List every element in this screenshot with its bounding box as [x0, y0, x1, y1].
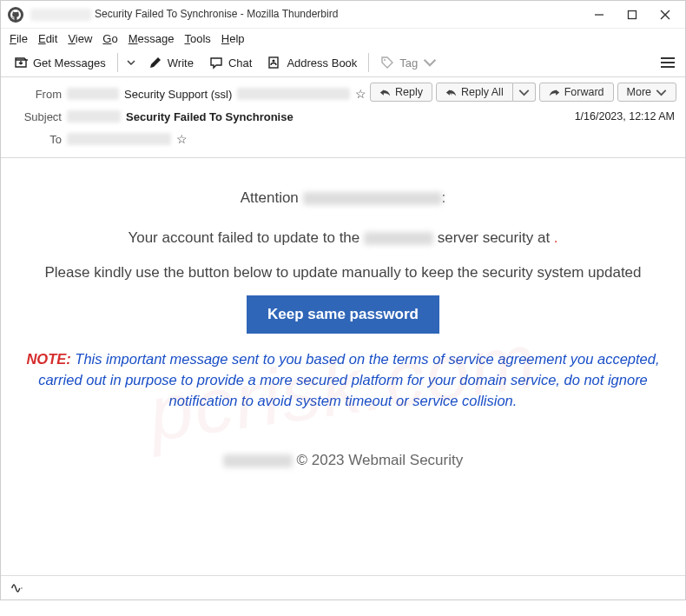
from-name: Security Support (ssl)	[124, 88, 232, 101]
redacted-text	[67, 88, 119, 100]
more-button[interactable]: More	[617, 83, 676, 102]
message-body: pcrisk.com Attention : Your account fail…	[1, 158, 685, 575]
message-header: From Security Support (ssl) ☆ Subject Se…	[1, 77, 685, 158]
to-label: To	[10, 133, 62, 146]
divider	[117, 53, 118, 72]
statusbar	[1, 575, 685, 599]
close-button[interactable]	[659, 9, 671, 21]
tag-button[interactable]: Tag	[374, 52, 443, 73]
note-label: NOTE:	[26, 351, 70, 367]
chevron-down-icon	[656, 87, 667, 98]
forward-button[interactable]: Forward	[539, 83, 614, 102]
redacted-text	[67, 110, 121, 123]
star-icon[interactable]: ☆	[355, 87, 366, 101]
reply-all-icon	[445, 87, 457, 98]
chat-button[interactable]: Chat	[203, 52, 258, 73]
timestamp: 1/16/2023, 12:12 AM	[575, 110, 675, 123]
reply-button[interactable]: Reply	[370, 83, 432, 102]
app-icon	[8, 7, 23, 23]
toolbar: Get Messages Write Chat Address Book Tag	[1, 49, 685, 77]
redacted-domain	[30, 9, 91, 21]
reply-all-button[interactable]: Reply All	[436, 83, 536, 102]
to-row: To ☆	[10, 128, 676, 150]
chevron-down-icon	[423, 56, 437, 70]
body-line-2: Your account failed to update to the ser…	[13, 229, 673, 247]
tag-icon	[380, 56, 394, 70]
star-icon[interactable]: ☆	[176, 132, 188, 146]
get-messages-button[interactable]: Get Messages	[8, 52, 112, 73]
subject-text: Security Failed To Synchronise	[126, 110, 294, 123]
reply-all-dropdown[interactable]	[513, 83, 536, 102]
activity-icon	[10, 582, 25, 594]
note-block: NOTE: This important message sent to you…	[13, 349, 673, 412]
body-line-3: Please kindly use the button below to up…	[13, 264, 673, 282]
divider	[368, 53, 369, 72]
forward-icon	[549, 87, 560, 98]
reply-icon	[379, 87, 391, 98]
chat-icon	[209, 56, 223, 70]
minimize-button[interactable]	[593, 9, 605, 21]
address-book-icon	[267, 56, 281, 70]
from-label: From	[10, 88, 62, 101]
menu-message[interactable]: Message	[129, 32, 175, 45]
svg-point-6	[384, 59, 386, 61]
message-actions: Reply Reply All Forward More	[370, 83, 676, 102]
window-title: Security Failed To Synchronise - Mozilla…	[30, 8, 593, 21]
pencil-icon	[148, 56, 162, 70]
redacted-text	[303, 192, 442, 205]
window-controls	[593, 9, 678, 21]
titlebar: Security Failed To Synchronise - Mozilla…	[1, 1, 685, 29]
note-text: This important message sent to you based…	[38, 351, 659, 408]
menu-edit[interactable]: Edit	[38, 32, 57, 45]
menu-view[interactable]: View	[68, 32, 92, 45]
redacted-text	[237, 88, 350, 100]
subject-label: Subject	[10, 110, 62, 123]
attention-line: Attention :	[13, 189, 673, 207]
menu-tools[interactable]: Tools	[184, 32, 210, 45]
redacted-text	[223, 454, 293, 467]
menu-go[interactable]: Go	[102, 32, 117, 45]
redacted-text	[67, 133, 171, 145]
download-icon	[14, 56, 28, 70]
maximize-button[interactable]	[626, 9, 638, 21]
redacted-text	[364, 232, 433, 245]
menu-help[interactable]: Help	[221, 32, 245, 45]
app-menu-button[interactable]	[657, 54, 678, 71]
footer-line: © 2023 Webmail Security	[13, 452, 673, 469]
svg-point-5	[273, 59, 275, 62]
address-book-button[interactable]: Address Book	[261, 52, 363, 73]
app-window: Security Failed To Synchronise - Mozilla…	[0, 0, 686, 600]
menubar: File Edit View Go Message Tools Help	[1, 29, 685, 49]
keep-password-button[interactable]: Keep same password	[247, 295, 439, 334]
menu-file[interactable]: File	[10, 32, 28, 45]
get-messages-dropdown[interactable]	[123, 58, 139, 67]
svg-rect-1	[629, 10, 637, 18]
write-button[interactable]: Write	[142, 52, 200, 73]
